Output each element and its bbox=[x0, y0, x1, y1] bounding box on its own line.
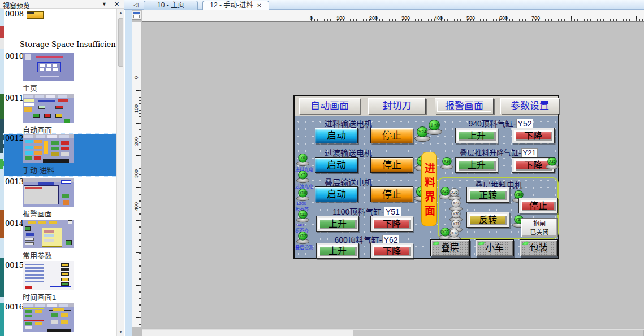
sidebar-item-screen-0015[interactable]: 0015 时间画面1 bbox=[4, 261, 116, 303]
sidebar-item-screen-0011[interactable]: 0011 自动画面 bbox=[4, 94, 116, 136]
motor-title-feed-conveyor: 进料输送电机 bbox=[295, 117, 402, 129]
horizontal-ruler: 0 100 200 300 400 500 600 700 bbox=[142, 10, 644, 22]
stop-button-stack-conveyor[interactable]: 停止 bbox=[370, 186, 413, 202]
ruler-tick-label: 100 bbox=[329, 15, 345, 21]
reverse-button-push-motor[interactable]: 反转 bbox=[466, 212, 509, 228]
sidebar-scrollbar[interactable]: ▲ ▼ bbox=[116, 9, 124, 336]
screen-number: 0013 bbox=[5, 177, 24, 186]
sidebar-item-screen-0010[interactable]: 0010 主页 bbox=[4, 52, 116, 94]
nav-button-alarm-screen[interactable]: 报警画面 bbox=[435, 98, 494, 114]
screen-number: 0015 bbox=[5, 261, 24, 269]
up-button-600-cylinder[interactable]: 上升 bbox=[316, 243, 359, 259]
lamp-X7[interactable]: X7 bbox=[296, 171, 309, 183]
panel-header: 视窗预览 ▼ ✕ bbox=[0, 0, 124, 9]
forward-button-push-motor[interactable]: 正转 bbox=[466, 187, 509, 203]
scrollbar-thumb[interactable] bbox=[118, 18, 123, 67]
stop-button-feed-conveyor[interactable]: 停止 bbox=[370, 128, 413, 143]
tab-screen-12[interactable]: 12 - 手动-进料✕ bbox=[202, 1, 269, 10]
indicator-dot bbox=[433, 241, 439, 246]
brake-status-box[interactable]: 抱闸 已关闭 bbox=[521, 218, 558, 237]
start-button-feed-conveyor[interactable]: 启动 bbox=[315, 128, 358, 143]
lamp-X12[interactable]: X12 bbox=[296, 232, 309, 244]
footer-button-packaging[interactable]: 包装 bbox=[520, 239, 558, 256]
screen-caption: 报警画面 bbox=[23, 208, 52, 219]
footer-button-stack[interactable]: 叠层 bbox=[430, 239, 470, 256]
nav-button-parameter-settings[interactable]: 参数设置 bbox=[500, 98, 559, 114]
ruler-tick-label: 600 bbox=[492, 15, 508, 21]
lamp-X10[interactable]: X10 bbox=[296, 189, 309, 201]
canvas-horizontal-scrollbar[interactable] bbox=[142, 329, 644, 336]
lamp-X6[interactable]: X6 bbox=[296, 154, 309, 166]
ruler-tick-label: 100 bbox=[133, 104, 139, 113]
desktop-edge-artifact bbox=[0, 9, 4, 336]
lamp-X11[interactable]: X11 bbox=[296, 210, 309, 222]
lamp-X34[interactable]: X34 bbox=[440, 157, 453, 169]
sensor-label: 叠层检测 bbox=[295, 244, 313, 250]
screen-thumbnail bbox=[23, 53, 74, 81]
screen-caption: 时间画面1 bbox=[23, 291, 56, 302]
ruler-tick-label: 0 bbox=[133, 76, 139, 79]
ruler-tick-label: 300 bbox=[394, 15, 410, 21]
screen-thumbnail bbox=[23, 261, 74, 290]
tab-close-icon[interactable]: ✕ bbox=[257, 2, 261, 8]
tab-label: 10 - 主页 bbox=[157, 1, 184, 9]
ruler-tick-label: 400 bbox=[427, 15, 443, 21]
nav-button-seal-cutter[interactable]: 封切刀 bbox=[368, 98, 426, 114]
editor-area: ◁ 10 - 主页 12 - 手动-进料✕ 0 100 200 300 400 … bbox=[124, 0, 644, 336]
tag-Y21: Y21 bbox=[521, 148, 538, 158]
screen-thumbnail bbox=[23, 94, 74, 123]
screen-thumbnail bbox=[23, 178, 74, 207]
scroll-down-icon[interactable]: ▼ bbox=[118, 329, 124, 335]
cylinder-title-940: 940顶料气缸-Y52 bbox=[447, 117, 555, 129]
brake-line2: 已关闭 bbox=[521, 228, 557, 237]
ruler-tick-label: 200 bbox=[133, 137, 139, 146]
down-button-600-cylinder[interactable]: 下降 bbox=[370, 243, 413, 259]
screen-caption: 常用参数 bbox=[23, 250, 52, 260]
hmi-editor-window: 视窗预览 ▼ ✕ 0008 Storage Space Insufficient… bbox=[0, 0, 644, 336]
screen-number: 0012 bbox=[5, 134, 24, 142]
ruler-tick-label: 200 bbox=[362, 15, 378, 21]
tab-screen-10[interactable]: 10 - 主页 bbox=[144, 1, 198, 10]
tab-bar: ◁ 10 - 主页 12 - 手动-进料✕ bbox=[124, 0, 644, 10]
sidebar-item-screen-0012[interactable]: 0012 bbox=[4, 134, 116, 176]
up-button-stack-lift-cylinder[interactable]: 上升 bbox=[455, 157, 498, 173]
start-button-transition-conveyor[interactable]: 启动 bbox=[315, 157, 358, 173]
scroll-up-icon[interactable]: ▲ bbox=[118, 10, 124, 16]
tab-label: 12 - 手动-进料 bbox=[210, 1, 253, 9]
start-button-stack-conveyor[interactable]: 启动 bbox=[315, 186, 358, 202]
ruler-tick-label: 300 bbox=[133, 169, 139, 178]
up-button-1100-cylinder[interactable]: 上升 bbox=[316, 216, 359, 232]
ruler-corner-icon bbox=[132, 11, 141, 20]
down-button-940-cylinder[interactable]: 下降 bbox=[512, 128, 555, 143]
ruler-tick-label: 0 bbox=[297, 15, 313, 21]
stop-button-push-motor[interactable]: 停止 bbox=[518, 198, 558, 213]
scrollbar-thumb[interactable] bbox=[353, 330, 644, 336]
panel-splitter[interactable] bbox=[124, 10, 132, 336]
feed-interface-banner[interactable]: 进料界面 bbox=[421, 152, 437, 226]
chevron-down-icon[interactable]: ▼ bbox=[102, 1, 107, 7]
window-preview-panel: 视窗预览 ▼ ✕ 0008 Storage Space Insufficient… bbox=[0, 0, 124, 336]
indicator-dot bbox=[522, 241, 529, 246]
hmi-screen-manual-feed[interactable]: 自动画面 封切刀 报警画面 参数设置 进料输送电机 启动 停止 Y24 手动 过… bbox=[293, 95, 559, 259]
nav-button-auto-screen[interactable]: 自动画面 bbox=[299, 98, 360, 114]
ruler-tick-label: 400 bbox=[133, 202, 139, 211]
footer-button-cart[interactable]: 小车 bbox=[476, 239, 514, 256]
sidebar-item-screen-0008[interactable]: 0008 Storage Space Insufficient bbox=[4, 10, 116, 51]
tab-scroll-left-icon[interactable]: ◁ bbox=[133, 1, 138, 8]
lamp-manual-mode[interactable]: 手动 bbox=[426, 120, 442, 135]
stop-button-transition-conveyor[interactable]: 停止 bbox=[370, 157, 413, 173]
sidebar-item-screen-0014[interactable]: 0014 常用参数 bbox=[4, 219, 116, 261]
lamp-X35[interactable]: X35 bbox=[546, 157, 559, 169]
brake-line1: 抱闸 bbox=[521, 220, 557, 228]
screen-caption: 手动-进料 bbox=[23, 164, 54, 175]
ruler-tick-label: 500 bbox=[459, 15, 475, 21]
up-button-940-cylinder[interactable]: 上升 bbox=[455, 128, 498, 143]
down-button-1100-cylinder[interactable]: 下降 bbox=[370, 216, 413, 232]
screen-thumbnail bbox=[27, 11, 44, 19]
close-icon[interactable]: ✕ bbox=[114, 1, 119, 8]
sidebar-item-screen-0016[interactable]: 0016 bbox=[4, 303, 116, 336]
screen-number: 0014 bbox=[5, 219, 24, 228]
sidebar-item-screen-0013[interactable]: 0013 报警画面 bbox=[4, 177, 116, 219]
screen-thumbnail bbox=[23, 220, 74, 248]
screen-nav-strip: 自动画面 封切刀 报警画面 参数设置 bbox=[295, 96, 558, 116]
